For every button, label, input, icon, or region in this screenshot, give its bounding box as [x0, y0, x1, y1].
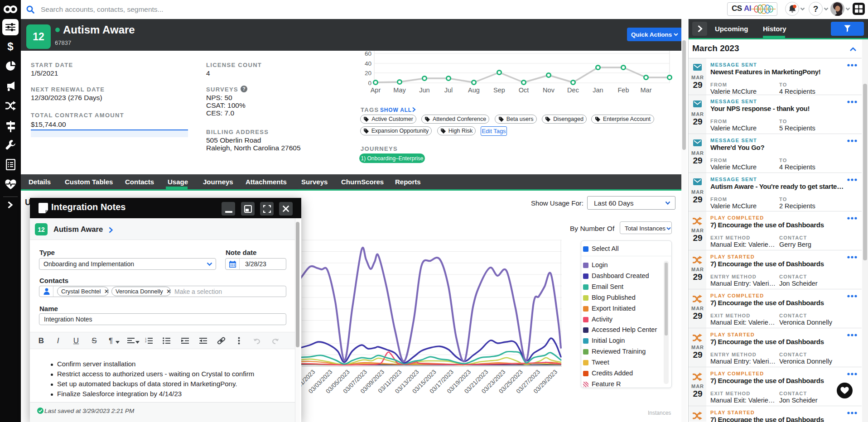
svg-text:Mar: Mar	[641, 86, 652, 94]
svg-text:0: 0	[368, 80, 371, 86]
svg-text:Apr: Apr	[371, 86, 381, 94]
svg-text:Aug: Aug	[468, 86, 480, 94]
svg-text:May: May	[393, 86, 406, 94]
svg-text:Jul: Jul	[444, 86, 453, 94]
svg-text:Feb: Feb	[618, 86, 629, 94]
svg-text:Dec: Dec	[567, 86, 579, 94]
svg-text:20: 20	[365, 70, 371, 77]
svg-text:40: 40	[365, 60, 371, 67]
svg-text:Jan: Jan	[593, 86, 603, 94]
svg-text:2: 2	[145, 340, 147, 343]
svg-text:60: 60	[365, 50, 371, 57]
svg-text:?: ?	[242, 86, 245, 91]
svg-text:Jun: Jun	[419, 86, 429, 94]
svg-text:Oct: Oct	[519, 86, 529, 94]
svg-text:Sep: Sep	[493, 86, 505, 94]
svg-text:Nov: Nov	[543, 86, 555, 94]
